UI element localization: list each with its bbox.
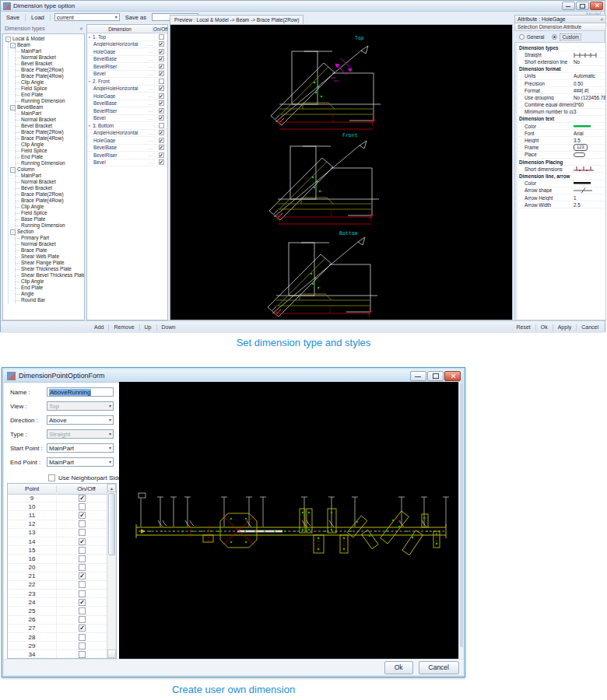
expand-icon[interactable]: - xyxy=(10,43,16,48)
item-checkbox[interactable]: ✓ xyxy=(159,93,164,99)
expand-icon[interactable]: - xyxy=(10,167,16,173)
point-checkbox[interactable] xyxy=(79,642,86,649)
black-line-glyph[interactable] xyxy=(574,181,605,185)
reset-button[interactable]: Reset xyxy=(514,324,532,330)
item-checkbox[interactable]: ✓ xyxy=(159,86,164,91)
tree-item-end-plate[interactable]: End Plate xyxy=(16,285,84,291)
tree-item-clip-angle[interactable]: Clip Angle xyxy=(16,204,84,210)
attribute-value[interactable]: 1 xyxy=(574,195,605,201)
scrollbar-thumb[interactable] xyxy=(460,383,463,647)
attribute-value[interactable]: Automatic xyxy=(574,73,605,79)
ellipsis-button[interactable]: … xyxy=(147,86,154,91)
item-checkbox[interactable]: ✓ xyxy=(159,130,164,135)
save-as-button[interactable]: Save as xyxy=(124,14,148,21)
ellipsis-button[interactable]: … xyxy=(147,57,154,61)
tree-item-beam[interactable]: -Beam xyxy=(10,42,84,48)
attribute-value[interactable]: ###[.#] xyxy=(574,88,605,93)
tree-item-field-splice[interactable]: Field Splice xyxy=(16,148,84,154)
title-bar[interactable]: Dimension type option xyxy=(1,1,605,12)
scrollbar-thumb[interactable] xyxy=(108,493,115,555)
tree-item-shear-web-plate[interactable]: Shear Web Plate xyxy=(16,254,84,260)
item-checkbox[interactable]: ✓ xyxy=(159,152,164,158)
point-checkbox[interactable]: ✓ xyxy=(79,538,86,545)
item-checkbox[interactable]: ✓ xyxy=(159,115,164,121)
maximize-button[interactable] xyxy=(576,2,589,10)
attribute-row-place[interactable]: Place xyxy=(515,152,605,159)
item-checkbox[interactable]: ✓ xyxy=(159,71,164,76)
attribute-row-precision[interactable]: Precision0.50 xyxy=(515,80,605,87)
tree-item-end-plate[interactable]: End Plate xyxy=(16,154,84,160)
dimension-item-row[interactable]: AngleHoleHorizontal…✓ xyxy=(87,41,167,49)
tree-item-angle[interactable]: Angle xyxy=(16,291,84,297)
attribute-row-height[interactable]: Height3.5 xyxy=(515,137,605,144)
item-checkbox[interactable]: ✓ xyxy=(159,159,164,165)
use-neighborpart-checkbox[interactable] xyxy=(48,474,55,481)
attribute-row-format[interactable]: Format###[.#] xyxy=(515,87,605,94)
attribute-value[interactable]: 2.5 xyxy=(574,202,605,208)
item-checkbox[interactable]: ✓ xyxy=(159,138,164,143)
dimension-item-row[interactable]: BevelRiser…✓ xyxy=(87,63,167,71)
tree-item-normal-bracket[interactable]: Normal Bracket xyxy=(16,117,84,123)
ellipsis-button[interactable]: … xyxy=(147,93,154,98)
arrow-shape-glyph[interactable] xyxy=(574,187,605,194)
dimension-item-row[interactable]: HoleGage…✓ xyxy=(87,137,167,145)
tree-item-base-plate[interactable]: Base Plate xyxy=(16,216,84,222)
attribute-value[interactable]: 3 xyxy=(574,109,605,114)
tree-item-mainpart[interactable]: MainPart xyxy=(16,110,84,117)
tree-item-shear-flange-plate[interactable]: Shear Flange Plate xyxy=(16,260,84,266)
tree-item-clip-angle[interactable]: Clip Angle xyxy=(16,142,84,148)
close-button[interactable] xyxy=(590,2,603,10)
point-row[interactable]: 9✓ xyxy=(8,494,107,502)
item-checkbox[interactable]: ✓ xyxy=(159,41,164,47)
title-bar[interactable]: DimensionPointOptionForm xyxy=(4,369,463,383)
tree-item-brace-plate-4row[interactable]: Brace Plate(4Row) xyxy=(16,198,84,204)
tree-item-running-dimension[interactable]: Running Dimension xyxy=(16,98,84,104)
dimension-item-row[interactable]: HoleGage…✓ xyxy=(87,93,167,100)
cancel-button[interactable]: Cancel xyxy=(580,324,600,330)
tree-item-bevel-bracket[interactable]: Bevel Bracket xyxy=(16,185,84,191)
point-row[interactable]: 26 xyxy=(8,616,107,625)
attribute-value[interactable]: 3.5 xyxy=(574,138,605,143)
dimension-item-row[interactable]: Bevel…✓ xyxy=(87,71,167,79)
group-checkbox[interactable] xyxy=(159,79,164,84)
tree-item-clip-angle[interactable]: Clip Angle xyxy=(16,79,84,86)
point-checkbox[interactable]: ✓ xyxy=(79,599,86,606)
ellipsis-button[interactable]: … xyxy=(147,101,154,106)
dimension-item-row[interactable]: BevelBase…✓ xyxy=(87,145,167,152)
point-checkbox[interactable] xyxy=(79,520,86,527)
point-row[interactable]: 15 xyxy=(8,546,107,555)
ellipsis-button[interactable]: … xyxy=(147,49,154,54)
attribute-value[interactable]: No (123456.78 xyxy=(574,95,605,100)
minimize-button[interactable] xyxy=(562,2,575,10)
tree-item-brace-plate-4row[interactable]: Brace Plate(4Row) xyxy=(16,73,84,79)
point-checkbox[interactable] xyxy=(79,616,86,623)
name-input[interactable]: AboveRunning xyxy=(47,387,114,397)
attribute-value[interactable]: 0.50 xyxy=(574,81,605,86)
point-row[interactable]: 16 xyxy=(8,555,107,563)
dimension-item-row[interactable]: BevelRiser…✓ xyxy=(87,152,167,159)
end-pointselect[interactable]: MainPart▾ xyxy=(47,457,114,467)
add-button[interactable]: Add xyxy=(93,324,105,330)
attribute-row-frame[interactable]: Frame123 xyxy=(515,145,605,152)
item-checkbox[interactable]: ✓ xyxy=(159,56,164,61)
ellipsis-button[interactable]: … xyxy=(147,72,154,76)
attribute-row-font[interactable]: FontArial xyxy=(515,130,605,137)
expand-icon[interactable]: - xyxy=(5,37,11,42)
point-checkbox[interactable]: ✓ xyxy=(79,625,86,632)
dimension-item-row[interactable]: BevelRiser…✓ xyxy=(87,107,167,115)
tree-item-mainpart[interactable]: MainPart xyxy=(16,173,84,179)
minimize-button[interactable] xyxy=(410,371,426,381)
point-checkbox[interactable] xyxy=(79,651,86,658)
attribute-value[interactable]: No xyxy=(574,59,605,65)
attribute-row-arrow-height[interactable]: Arrow Height1 xyxy=(515,194,605,201)
dimension-item-row[interactable]: AngleHoleHorizontal…✓ xyxy=(87,130,167,138)
item-checkbox[interactable]: ✓ xyxy=(159,64,164,69)
scroll-down-icon[interactable]: ▼ xyxy=(107,649,116,658)
cancel-button[interactable]: Cancel xyxy=(419,661,459,674)
tree-item-brace-plate-4row[interactable]: Brace Plate(4Row) xyxy=(16,135,84,142)
tree-item-normal-bracket[interactable]: Normal Bracket xyxy=(16,241,84,247)
tree-item-brace-plate-2row[interactable]: Brace Plate(2Row) xyxy=(16,67,84,73)
point-checkbox[interactable] xyxy=(79,564,86,571)
item-checkbox[interactable]: ✓ xyxy=(159,100,164,106)
attribute-row-straight[interactable]: Straight xyxy=(515,51,605,58)
